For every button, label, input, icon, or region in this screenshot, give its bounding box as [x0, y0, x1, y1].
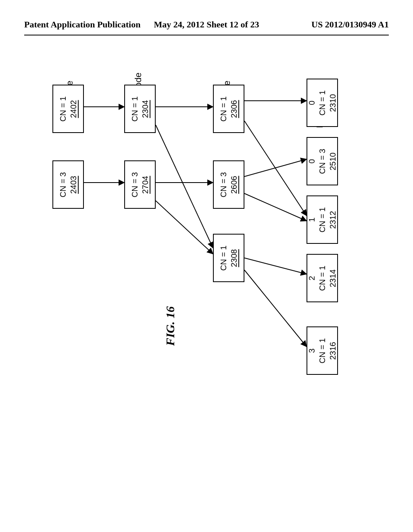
node-indirect-2304: CN = 1 2304 — [124, 85, 156, 133]
node-cn: CN = 1 — [318, 338, 327, 364]
node-ref: 2304 — [141, 100, 150, 118]
node-cn: CN = 1 — [219, 245, 228, 271]
node-cn: CN = 1 — [219, 96, 228, 122]
node-idx: 3 — [307, 348, 316, 353]
node-cn: CN = 1 — [130, 96, 139, 122]
svg-line-11 — [244, 270, 307, 347]
node-cn: CN = 3 — [318, 149, 327, 174]
node-direct-2306: CN = 1 2306 — [213, 85, 244, 133]
svg-line-3 — [156, 125, 213, 248]
node-ref: 2510 — [328, 152, 337, 170]
svg-line-8 — [244, 159, 307, 177]
node-cn: CN = 3 — [58, 172, 67, 197]
node-cn: CN = 3 — [130, 172, 139, 197]
svg-line-7 — [244, 121, 307, 216]
node-idx: 2 — [307, 276, 316, 280]
node-root-2403: CN = 3 2403 — [52, 160, 84, 209]
node-ref: 2308 — [229, 249, 238, 267]
node-cn: CN = 3 — [219, 172, 228, 197]
node-ref: 2316 — [328, 342, 337, 360]
figure-16-diagram: Root Onode Indirect Onode Direct Onode D… — [24, 56, 389, 500]
figure-label: FIG. 16 — [163, 306, 177, 346]
node-direct-2606: CN = 3 2606 — [213, 160, 244, 209]
node-ref: 2606 — [229, 176, 238, 194]
patent-page: May 24, 2012 Sheet 12 of 23 Patent Appli… — [0, 0, 413, 532]
svg-line-5 — [156, 201, 213, 254]
node-cn: CN = 1 — [318, 207, 327, 233]
node-ref: 2314 — [328, 269, 337, 287]
node-data-2316: 3 CN = 1 2316 — [307, 326, 338, 375]
node-ref: 2402 — [69, 100, 78, 118]
node-cn: CN = 1 — [318, 90, 327, 116]
node-cn: CN = 1 — [318, 266, 327, 291]
node-idx: 0 — [307, 159, 316, 163]
node-data-2312: 1 CN = 1 2312 — [307, 195, 338, 244]
node-root-2402: CN = 1 2402 — [52, 85, 84, 133]
node-ref: 2312 — [328, 211, 337, 229]
svg-line-9 — [244, 193, 307, 221]
node-ref: 2704 — [141, 176, 150, 194]
node-cn: CN = 1 — [58, 96, 67, 122]
node-data-2314: 2 CN = 1 2314 — [307, 254, 338, 302]
node-ref: 2310 — [328, 94, 337, 112]
node-idx: 1 — [307, 217, 316, 222]
node-indirect-2704: CN = 3 2704 — [124, 160, 156, 209]
node-direct-2308: CN = 1 2308 — [213, 234, 244, 282]
node-data-2310: 0 CN = 1 2310 — [307, 79, 338, 127]
node-data-2510: 0 CN = 3 2510 — [307, 137, 338, 185]
header-mid: May 24, 2012 Sheet 12 of 23 — [0, 19, 413, 30]
node-idx: 0 — [307, 100, 316, 105]
svg-line-10 — [244, 258, 307, 274]
page-header: May 24, 2012 Sheet 12 of 23 Patent Appli… — [0, 19, 413, 33]
node-ref: 2306 — [229, 100, 238, 118]
node-ref: 2403 — [69, 176, 78, 194]
